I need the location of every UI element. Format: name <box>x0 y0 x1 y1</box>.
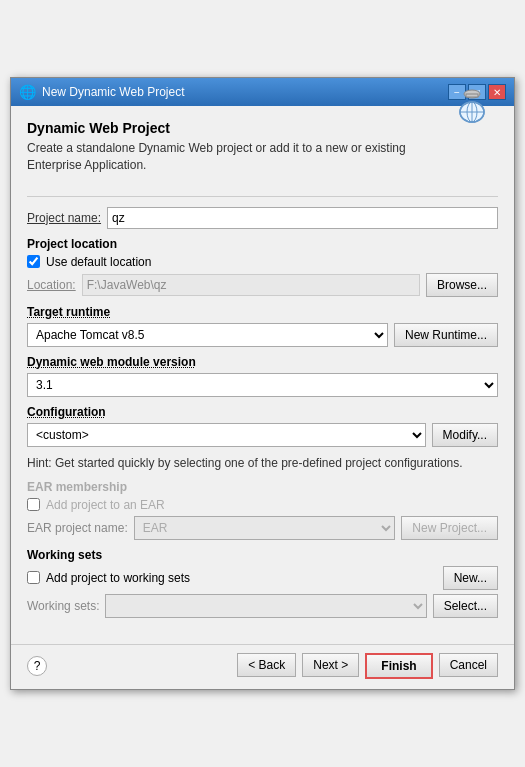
svg-rect-1 <box>466 94 478 97</box>
project-name-label: Project name: <box>27 211 101 225</box>
header-text: Dynamic Web Project Create a standalone … <box>27 120 450 186</box>
target-runtime-row: Apache Tomcat v8.5 New Runtime... <box>27 323 498 347</box>
modify-button[interactable]: Modify... <box>432 423 498 447</box>
web-module-version-section: Dynamic web module version 3.1 <box>27 355 498 397</box>
target-runtime-select[interactable]: Apache Tomcat v8.5 <box>27 323 388 347</box>
ear-name-row: EAR project name: EAR New Project... <box>27 516 498 540</box>
hint-text: Hint: Get started quickly by selecting o… <box>27 455 498 472</box>
working-sets-label: Working sets <box>27 548 498 562</box>
title-bar: 🌐 New Dynamic Web Project − □ ✕ <box>11 78 514 106</box>
footer-buttons: < Back Next > Finish Cancel <box>237 653 498 679</box>
help-button[interactable]: ? <box>27 656 47 676</box>
working-sets-checkbox-label[interactable]: Add project to working sets <box>46 571 190 585</box>
ear-section: EAR membership Add project to an EAR EAR… <box>27 480 498 540</box>
working-sets-row: Working sets: Select... <box>27 594 498 618</box>
project-location-label: Project location <box>27 237 498 251</box>
finish-button[interactable]: Finish <box>365 653 432 679</box>
window-title: New Dynamic Web Project <box>42 85 185 99</box>
target-runtime-section: Target runtime Apache Tomcat v8.5 New Ru… <box>27 305 498 347</box>
configuration-label: Configuration <box>27 405 498 419</box>
web-module-select[interactable]: 3.1 <box>27 373 498 397</box>
project-location-section: Project location Use default location Lo… <box>27 237 498 297</box>
window-icon: 🌐 <box>19 84 36 100</box>
configuration-select[interactable]: <custom> <box>27 423 426 447</box>
header-separator <box>27 196 498 197</box>
next-button[interactable]: Next > <box>302 653 359 677</box>
new-runtime-button[interactable]: New Runtime... <box>394 323 498 347</box>
working-sets-checkbox-row: Add project to working sets <box>27 571 190 585</box>
use-default-checkbox[interactable] <box>27 255 40 268</box>
dialog-footer: ? < Back Next > Finish Cancel <box>11 644 514 689</box>
globe-jar-icon <box>450 80 494 124</box>
working-sets-sets-label: Working sets: <box>27 599 99 613</box>
select-working-set-button[interactable]: Select... <box>433 594 498 618</box>
cancel-button[interactable]: Cancel <box>439 653 498 677</box>
ear-membership-label: EAR membership <box>27 480 498 494</box>
dialog-content: Dynamic Web Project Create a standalone … <box>11 106 514 639</box>
working-sets-checkbox[interactable] <box>27 571 40 584</box>
ear-project-select: EAR <box>134 516 396 540</box>
dialog-description: Create a standalone Dynamic Web project … <box>27 140 450 174</box>
project-name-row: Project name: <box>27 207 498 229</box>
target-runtime-label: Target runtime <box>27 305 498 319</box>
web-module-label: Dynamic web module version <box>27 355 498 369</box>
location-row: Location: Browse... <box>27 273 498 297</box>
web-module-row: 3.1 <box>27 373 498 397</box>
dialog-title: Dynamic Web Project <box>27 120 450 136</box>
new-working-set-button[interactable]: New... <box>443 566 498 590</box>
back-button[interactable]: < Back <box>237 653 296 677</box>
ear-project-name-label: EAR project name: <box>27 521 128 535</box>
working-sets-section: Working sets Add project to working sets… <box>27 548 498 618</box>
project-name-label-text: Project name: <box>27 211 101 225</box>
header-icon <box>450 80 494 127</box>
project-name-input[interactable] <box>107 207 498 229</box>
location-input <box>82 274 420 296</box>
location-label: Location: <box>27 278 76 292</box>
main-window: 🌐 New Dynamic Web Project − □ ✕ Dynamic … <box>10 77 515 689</box>
configuration-row: <custom> Modify... <box>27 423 498 447</box>
ear-checkbox[interactable] <box>27 498 40 511</box>
browse-button[interactable]: Browse... <box>426 273 498 297</box>
use-default-label[interactable]: Use default location <box>46 255 151 269</box>
default-location-row: Use default location <box>27 255 498 269</box>
new-project-button: New Project... <box>401 516 498 540</box>
ear-checkbox-row: Add project to an EAR <box>27 498 498 512</box>
ear-checkbox-label[interactable]: Add project to an EAR <box>46 498 165 512</box>
configuration-section: Configuration <custom> Modify... Hint: G… <box>27 405 498 472</box>
title-bar-left: 🌐 New Dynamic Web Project <box>19 84 185 100</box>
working-sets-select <box>105 594 426 618</box>
header-area: Dynamic Web Project Create a standalone … <box>27 120 498 186</box>
